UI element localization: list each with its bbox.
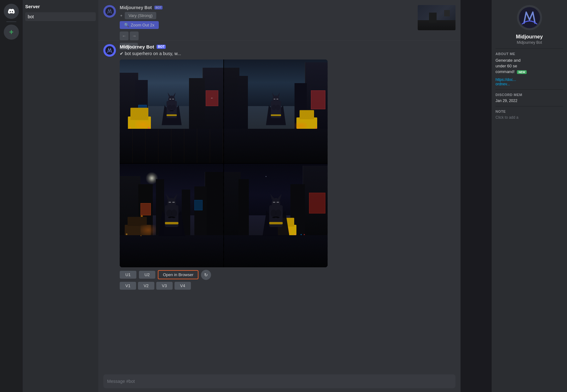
svg-marker-34 <box>270 194 274 200</box>
svg-rect-5 <box>166 114 177 116</box>
svg-point-33 <box>272 198 280 208</box>
svg-marker-8 <box>173 92 175 97</box>
svg-rect-32 <box>269 222 283 224</box>
top-bot-name: Midjourney Bot <box>120 5 152 10</box>
channel-label: bot <box>28 14 34 19</box>
grid-cell-top-right[interactable] <box>224 60 328 163</box>
vary-buttons-area: ✦ Vary (Strong) <box>120 12 398 19</box>
about-me-text: Generate and under 60 se command! NEW <box>495 58 563 75</box>
profile-name: Midjourney <box>495 34 563 40</box>
main-message-block: Midjourney Bot BOT ✔ bot superhero on a … <box>103 44 455 290</box>
top-bot-badge: BOT <box>154 6 163 9</box>
refresh-icon: ↻ <box>204 272 208 277</box>
v4-button[interactable]: V4 <box>175 282 191 290</box>
image-grid-container: AD <box>120 60 328 290</box>
discord-mem-date: Jan 29, 2022 <box>495 99 563 103</box>
refresh-button[interactable]: ↻ <box>201 270 211 280</box>
about-me-title: ABOUT ME <box>495 52 563 56</box>
svg-marker-7 <box>168 92 170 97</box>
channel-item-bot[interactable]: bot <box>25 12 96 21</box>
svg-point-4 <box>171 105 176 110</box>
svg-rect-28 <box>172 202 175 203</box>
v3-button[interactable]: V3 <box>156 282 173 290</box>
svg-marker-35 <box>277 194 282 200</box>
profile-avatar <box>517 5 542 30</box>
v-buttons-row: V1 V2 V3 V4 <box>120 282 328 290</box>
svg-rect-37 <box>277 202 279 203</box>
server-name[interactable]: Server <box>23 0 98 12</box>
svg-marker-26 <box>173 194 177 200</box>
svg-point-22 <box>171 210 177 217</box>
preview-image <box>418 5 455 30</box>
grid-cell-bottom-right[interactable] <box>224 164 328 267</box>
discord-home-icon[interactable] <box>4 4 19 19</box>
message-text: ✔ bot superhero on a busy, w... <box>120 51 455 57</box>
profile-subtitle: Midjourney Bot <box>495 40 563 45</box>
right-panel: Midjourney Midjourney Bot ABOUT ME Gener… <box>491 0 567 392</box>
svg-marker-25 <box>166 194 170 200</box>
image-grid[interactable]: AD <box>120 60 328 267</box>
note-title: NOTE <box>495 110 563 113</box>
panel-divider-2 <box>495 89 563 90</box>
input-placeholder: Message #bot <box>107 379 452 384</box>
note-input[interactable]: Click to add a <box>495 115 563 120</box>
message-preview: superhero on a busy, w <box>132 51 177 56</box>
svg-point-6 <box>168 95 175 103</box>
svg-marker-16 <box>272 92 274 97</box>
profile-link-sub[interactable]: ordnev... <box>495 82 563 86</box>
svg-rect-36 <box>273 202 275 203</box>
zoom-out-button[interactable]: 🔍 Zoom Out 2x <box>120 21 159 29</box>
panel-divider-1 <box>495 48 563 49</box>
new-badge: NEW <box>517 70 527 74</box>
message-input-field[interactable]: Message #bot <box>103 374 455 388</box>
svg-rect-27 <box>169 202 171 203</box>
svg-point-38 <box>519 7 540 28</box>
svg-point-31 <box>275 210 281 217</box>
add-server-button[interactable]: + <box>4 25 19 40</box>
svg-point-13 <box>276 105 280 110</box>
zoom-label: Zoom Out 2x <box>131 23 154 27</box>
svg-rect-10 <box>172 99 174 99</box>
svg-rect-19 <box>276 99 278 99</box>
grid-cell-top-left[interactable]: AD <box>120 60 223 163</box>
svg-point-15 <box>272 95 279 103</box>
vary-asterisk: ✦ <box>120 14 123 18</box>
bot-avatar-main <box>103 44 116 57</box>
open-in-browser-button[interactable]: Open in Browser <box>158 270 198 279</box>
v2-button[interactable]: V2 <box>138 282 154 290</box>
bot-badge: BOT <box>157 45 166 49</box>
arrow-left-button[interactable]: ← <box>120 31 129 40</box>
arrow-right-button[interactable]: → <box>130 31 139 40</box>
sidebar-divider <box>6 21 16 22</box>
svg-point-12 <box>272 105 276 110</box>
panel-divider-3 <box>495 106 563 106</box>
grid-bottom-buttons: U1 U2 Open in Browser ↻ <box>120 270 328 280</box>
vary-strong-button[interactable]: Vary (Strong) <box>125 12 156 19</box>
input-bar: Message #bot <box>98 371 461 392</box>
svg-rect-23 <box>165 222 178 224</box>
main-content: Midjourney Bot BOT ✦ Vary (Strong) 🔍 Zoo… <box>98 0 461 392</box>
message-body: Midjourney Bot BOT ✔ bot superhero on a … <box>120 44 455 290</box>
svg-marker-17 <box>277 92 280 97</box>
left-sidebar: + <box>0 0 23 392</box>
grid-cell-bottom-left[interactable] <box>120 164 223 267</box>
svg-rect-14 <box>271 114 281 116</box>
svg-rect-9 <box>169 99 171 99</box>
svg-point-3 <box>167 105 172 110</box>
svg-point-24 <box>167 198 176 208</box>
profile-link[interactable]: https://doc... <box>495 77 563 82</box>
u2-button[interactable]: U2 <box>139 271 156 279</box>
message-header: Midjourney Bot BOT <box>120 44 455 49</box>
zoom-icon: 🔍 <box>124 23 129 27</box>
discord-mem-title: DISCORD MEM <box>495 93 563 97</box>
main-message-area: Midjourney Bot BOT ✔ bot superhero on a … <box>98 44 461 367</box>
top-snippet: Midjourney Bot BOT ✦ Vary (Strong) 🔍 Zoo… <box>98 0 461 41</box>
channel-list: Server bot <box>23 0 98 392</box>
bot-icon-inline: ✔ bot <box>120 51 131 56</box>
bot-name-label: Midjourney Bot <box>120 44 154 49</box>
add-icon: + <box>9 28 14 37</box>
svg-rect-18 <box>273 99 275 99</box>
u1-button[interactable]: U1 <box>120 271 136 279</box>
bot-avatar-top <box>103 5 116 18</box>
v1-button[interactable]: V1 <box>120 282 136 290</box>
